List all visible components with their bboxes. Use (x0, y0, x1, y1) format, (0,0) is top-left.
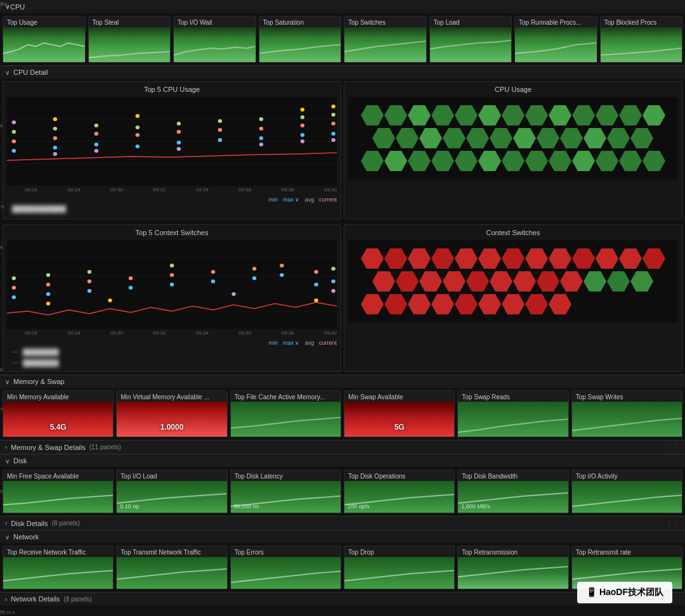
panel-top-drop-viz (344, 557, 454, 589)
panel-top-steal[interactable]: Top Steal (88, 16, 171, 63)
panel-top-blocked-title: Top Blocked Procs (601, 16, 682, 27)
panel-top-errors[interactable]: Top Errors (230, 546, 341, 589)
hex-row-3 (361, 151, 665, 171)
panel-top-blocked-viz (601, 27, 682, 62)
hex-row-2 (372, 128, 653, 148)
cpu-detail-header[interactable]: ∨ CPU Detail (0, 65, 685, 79)
panel-top-swap-writes[interactable]: Top Swap Writes (571, 390, 682, 437)
svg-point-71 (331, 279, 335, 283)
panel-top-swap-writes-title: Top Swap Writes (572, 391, 682, 402)
panel-top-swap-reads[interactable]: Top Swap Reads (457, 390, 568, 437)
chart-cpu-usage-title: CPU Usage (348, 86, 678, 93)
panel-top-load[interactable]: Top Load (429, 16, 512, 63)
memory-section-header[interactable]: ∨ Memory & Swap (0, 375, 685, 388)
svg-point-63 (232, 292, 236, 296)
panel-top-drop[interactable]: Top Drop (344, 546, 455, 589)
panel-top-blocked[interactable]: Top Blocked Procs (600, 16, 683, 63)
panel-top-iowait[interactable]: Top I/O Wait (173, 16, 256, 63)
panel-top-disk-latency-viz: 50,000 ns (231, 481, 341, 513)
svg-point-64 (252, 276, 257, 280)
disk-section-header[interactable]: ∨ Disk (0, 454, 685, 467)
panel-top-disk-latency[interactable]: Top Disk Latency 50,000 ns (230, 470, 341, 513)
chart-top5-cpu-legend[interactable]: min max ∨ avg current (7, 196, 337, 203)
memory-label: Memory & Swap (13, 378, 65, 385)
svg-point-45 (12, 295, 16, 299)
panel-top-disk-ops-viz: 100 op/s (344, 481, 454, 513)
panel-top-saturation[interactable]: Top Saturation (259, 16, 342, 63)
hex-3-10 (572, 151, 595, 171)
panel-top-runnable-viz (515, 27, 597, 62)
svg-point-48 (46, 292, 51, 296)
hex-row-1 (361, 105, 665, 125)
svg-point-27 (259, 136, 264, 140)
legend-max[interactable]: max ∨ (283, 196, 300, 203)
panel-min-memory[interactable]: Min Memory Available 5.4G (3, 390, 114, 437)
panel-top-switches-title: Top Switches (344, 16, 426, 27)
panel-top-retransmission[interactable]: Top Retransmission (457, 546, 568, 589)
hex-2-6 (490, 128, 512, 148)
panel-min-free-space[interactable]: Min Free Space Available (3, 470, 114, 513)
memory-details-header[interactable]: › Memory & Swap Details (11 panels) ⋮⋮ (0, 440, 685, 454)
hex-container-context (348, 240, 678, 323)
svg-point-16 (136, 144, 140, 148)
memory-details-count: (11 panels) (89, 444, 121, 451)
hex-3-1 (361, 151, 384, 171)
hex-2-12 (630, 128, 653, 148)
hex-ctx-1-4 (431, 248, 454, 269)
chart-context-switches-hex: Context Switches (344, 224, 682, 372)
chart-top5-cpu: Top 5 CPU Usage % % % % (3, 81, 341, 219)
panel-top-disk-latency-value: 50,000 ns (234, 503, 259, 510)
svg-point-62 (211, 270, 216, 274)
hex-ctx-3-4 (431, 294, 454, 314)
watermark-logo: 📱 (586, 587, 597, 597)
hex-3-2 (384, 151, 407, 171)
svg-point-52 (88, 289, 92, 293)
panel-top-file-cache[interactable]: Top File Cache Active Memory... (230, 390, 341, 437)
hex-2-3 (419, 128, 442, 148)
hex-ctx-3-8 (525, 294, 548, 314)
panel-min-swap-viz: 5G (344, 402, 454, 437)
panel-top-transmit[interactable]: Top Transmit Network Traffic (116, 546, 227, 589)
hex-ctx-2-9 (560, 271, 583, 292)
hex-2-2 (396, 128, 419, 148)
hex-ctx-1-12 (619, 248, 642, 269)
hex-ctx-2-3 (419, 271, 442, 292)
hex-ctx-3-7 (502, 294, 525, 314)
legend-switches-min[interactable]: min (268, 340, 278, 346)
panel-min-virtual[interactable]: Min Virtual Memory Available ... 1.0000 (116, 390, 227, 437)
panel-top-runnable[interactable]: Top Runnable Procs... (514, 16, 597, 63)
svg-point-20 (177, 141, 181, 144)
svg-point-59 (170, 273, 174, 277)
panel-top-drop-title: Top Drop (344, 546, 454, 557)
svg-point-38 (331, 113, 335, 117)
legend-switches-avg[interactable]: avg (304, 340, 314, 346)
svg-point-34 (301, 139, 305, 143)
legend-switches-current[interactable]: current (319, 340, 337, 346)
disk-details-header[interactable]: › Disk Details (8 panels) ⋮⋮ (0, 516, 685, 530)
panel-top-switches[interactable]: Top Switches (344, 16, 427, 63)
legend-min[interactable]: min (268, 196, 278, 203)
svg-point-21 (177, 130, 181, 134)
svg-point-14 (95, 124, 99, 127)
panel-top-io-load[interactable]: Top I/O Load 0.10 op (116, 470, 227, 513)
cpu-section-header[interactable]: ∨ CPU (0, 0, 685, 13)
panel-top-disk-ops[interactable]: Top Disk Operations 100 op/s (344, 470, 455, 513)
hex-ctx-3-9 (549, 294, 571, 314)
chart-switches-legend[interactable]: min max ∨ avg current (7, 340, 337, 346)
legend-avg[interactable]: avg (304, 196, 314, 203)
network-section-header[interactable]: ∨ Network (0, 530, 685, 543)
svg-point-26 (218, 119, 223, 123)
hex-ctx-1-3 (408, 248, 431, 269)
panel-top-io-activity[interactable]: Top I/O Activity (571, 470, 682, 513)
hex-ctx-2-8 (537, 271, 559, 292)
svg-point-31 (301, 133, 305, 137)
hex-3-3 (408, 151, 431, 171)
panel-top-receive[interactable]: Top Receive Network Traffic (3, 546, 114, 589)
legend-switches-max[interactable]: max ∨ (283, 340, 300, 346)
hex-2-11 (607, 128, 630, 148)
panel-min-swap[interactable]: Min Swap Available 5G (344, 390, 455, 437)
panel-top-disk-bandwidth[interactable]: Top Disk Bandwidth 1,000 MB/s (457, 470, 568, 513)
panel-top-transmit-viz (117, 557, 226, 589)
legend-current[interactable]: current (319, 196, 337, 203)
svg-point-70 (314, 270, 318, 274)
